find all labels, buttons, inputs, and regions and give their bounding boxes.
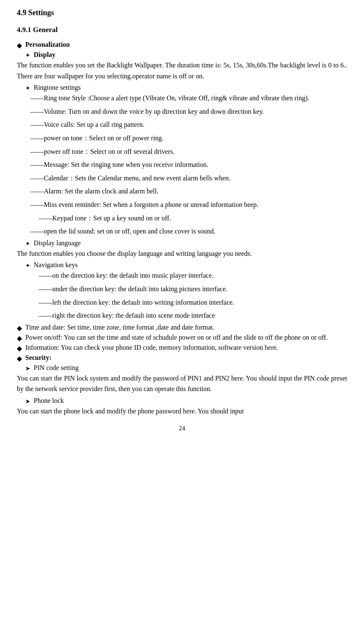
star-icon-4: ✦ [25,262,30,269]
time-date-text: Time and date: Set time, time zone, time… [25,324,214,331]
display-language-text: The function enables you choose the disp… [17,248,347,259]
section-title: 4.9.1 General [17,26,347,34]
phone-lock-text: You can start the phone lock and modify … [17,406,347,417]
security-label: Security: [25,354,51,362]
diamond-icon: ◆ [17,41,22,49]
diamond-icon-4: ◆ [17,344,22,352]
ringtone-label: Ringtone settings [34,84,81,91]
star-icon-3: ✦ [25,240,30,247]
nav-right-text: ——right the direction key: the default i… [39,310,347,321]
keypad-tone-text: ——Keypad tone：Set up a key sound on or o… [39,213,347,224]
diamond-icon-3: ◆ [17,334,22,342]
information-text: Information: You can check your phone ID… [25,344,278,351]
page-title: 4.9 Settings [17,8,347,17]
page-number: 24 [17,425,347,432]
pin-code-label: PIN code setting [34,364,79,372]
phone-lock-label: Phone lock [34,397,64,405]
display-text: The function enables you set the Backlig… [17,60,347,81]
nav-on-text: ——on the direction key: the default into… [39,270,347,281]
lid-sound-text: ——open the lid sound: set on or off, ope… [30,226,347,237]
diamond-icon-5: ◆ [17,354,22,362]
alarm-text: ——Alarm: Set the alarm clock and alarm b… [30,186,347,197]
display-language-label: Display language [34,239,81,247]
message-text: ——Message: Set the ringing tone when you… [30,159,347,170]
calendar-text: ——Calendar：Sets the Calendar menu, and n… [30,173,347,184]
arrow-icon: ➤ [25,365,30,372]
voice-calls-text: ——Voice calls: Set up a call ring patter… [30,119,347,130]
star-icon: ✦ [25,52,30,59]
diamond-icon-2: ◆ [17,324,22,332]
volume-text: ——Volume: Turn on and down the voice by … [30,106,347,117]
ring-style-text: ——Ring tone Style :Choose a alert type (… [30,93,347,104]
personalization-label: Personalization [25,41,70,48]
nav-left-text: ——left the direction key: the default in… [39,297,347,308]
nav-under-text: ——under the direction key: the default i… [39,284,347,295]
power-onoff-text: Power on/off: You can set the time and s… [25,334,328,341]
arrow-icon-2: ➤ [25,398,30,405]
miss-event-text: ——Miss event reminder: Set when a forgot… [30,199,347,210]
star-icon-2: ✦ [25,85,30,92]
pin-code-text: You can start the PIN lock system and mo… [17,373,347,394]
display-label: Display [34,51,56,59]
navigation-keys-label: Navigation keys [34,261,78,269]
power-on-tone-text: ——power on tone：Select on or off power r… [30,133,347,144]
power-off-tone-text: ——power off tone：Select on or off severa… [30,146,347,157]
